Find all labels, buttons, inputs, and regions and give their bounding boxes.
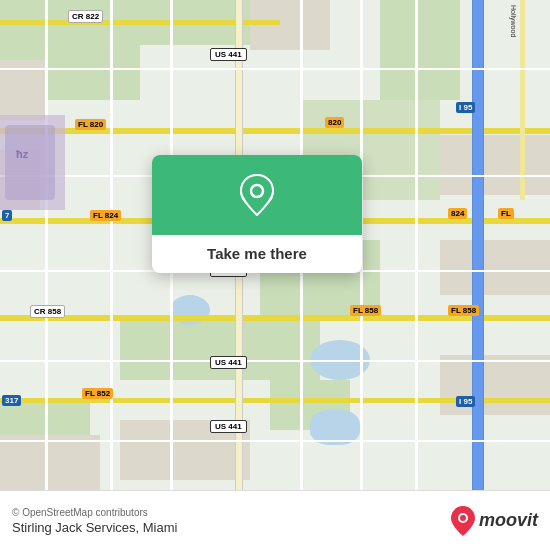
shield-i95-bot: I 95 — [456, 396, 475, 407]
shield-cr858: CR 858 — [30, 305, 65, 318]
shield-824r: 824 — [448, 208, 467, 219]
urban-7 — [0, 435, 100, 490]
shield-820r: 820 — [325, 117, 344, 128]
popup-top — [152, 155, 362, 235]
park-area-tr — [380, 0, 460, 100]
stadium-inner — [5, 125, 55, 200]
popup-card: Take me there — [152, 155, 362, 273]
urban-4 — [440, 240, 550, 295]
bottom-left: © OpenStreetMap contributors Stirling Ja… — [12, 507, 177, 535]
shield-fl858: FL 858 — [350, 305, 381, 316]
shield-us441-bot2: US 441 — [210, 420, 247, 433]
shield-fl858r: FL 858 — [448, 305, 479, 316]
popup-bottom: Take me there — [152, 235, 362, 273]
road-h5 — [0, 440, 550, 442]
location-name: Stirling Jack Services, Miami — [12, 520, 177, 535]
shield-fl852: FL 852 — [82, 388, 113, 399]
moovit-label: moovit — [479, 510, 538, 531]
road-h4 — [0, 360, 550, 362]
svg-point-4 — [460, 515, 466, 521]
road-hollywood — [520, 0, 525, 200]
shield-us441-top: US 441 — [210, 48, 247, 61]
location-pin-icon — [239, 173, 275, 217]
road-v1 — [45, 0, 48, 490]
shield-cr822: CR 822 — [68, 10, 103, 23]
urban-2 — [250, 0, 330, 50]
shield-i95-top: I 95 — [456, 102, 475, 113]
urban-3 — [440, 135, 550, 195]
shield-us441-bot: US 441 — [210, 356, 247, 369]
label-hollywood: Hollywood — [510, 5, 517, 37]
bottom-bar: © OpenStreetMap contributors Stirling Ja… — [0, 490, 550, 550]
shield-7: 7 — [2, 210, 12, 221]
road-h1 — [0, 68, 550, 70]
park-area-bot — [120, 320, 320, 380]
take-me-there-button[interactable]: Take me there — [164, 245, 350, 262]
shield-317: 317 — [2, 395, 21, 406]
road-v2 — [110, 0, 113, 490]
stadium-label: ħz — [16, 148, 28, 160]
shield-fl-r: FL — [498, 208, 514, 219]
moovit-logo[interactable]: moovit — [451, 506, 538, 536]
copyright-text: © OpenStreetMap contributors — [12, 507, 177, 518]
moovit-pin-icon — [451, 506, 475, 536]
shield-fl824: FL 824 — [90, 210, 121, 221]
map-container: CR 822 US 441 FL 820 820 I 95 FL 824 824… — [0, 0, 550, 550]
road-v6 — [415, 0, 418, 490]
road-i95-inner — [473, 0, 483, 490]
shield-fl820: FL 820 — [75, 119, 106, 130]
